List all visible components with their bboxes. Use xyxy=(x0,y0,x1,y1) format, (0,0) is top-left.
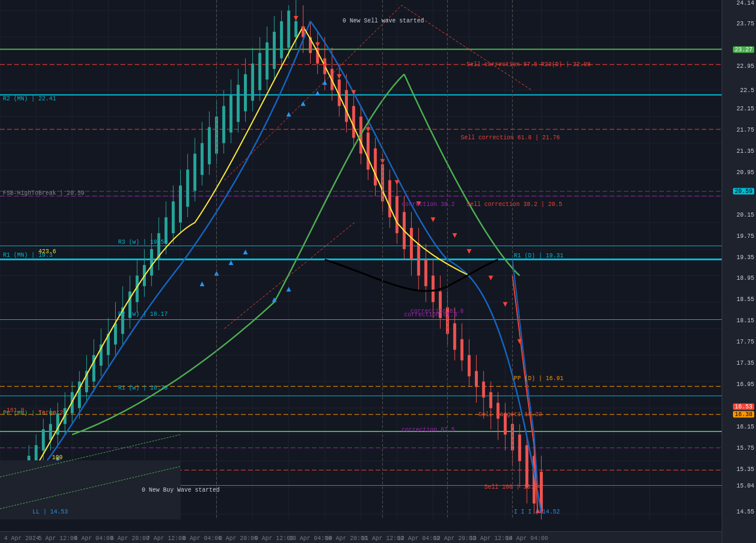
time-label: 4 Apr 2024 xyxy=(4,535,40,542)
time-label: 7 Apr 12:00 xyxy=(146,535,185,542)
price-label-16.95: 16.95 xyxy=(737,381,754,388)
time-axis: 4 Apr 20245 Apr 12:006 Apr 04:006 Apr 20… xyxy=(0,531,722,543)
r2-w-label: R2 (w) | 18.17 xyxy=(118,311,168,318)
new-sell-wave: 0 New Sell wave started xyxy=(343,18,424,24)
iii-label: I I I | 14.52 xyxy=(514,509,560,515)
pp-d-label: PP (D) | 16.91 xyxy=(514,375,563,382)
price-label-21.35: 21.35 xyxy=(737,148,754,154)
423-label: 423.6 xyxy=(38,248,56,255)
correction-618-low-label: correction 61.8 xyxy=(410,308,464,315)
price-label-17.35: 17.35 xyxy=(737,360,754,367)
target2-label: Target2 xyxy=(38,410,63,416)
r2-mn-label: R2 (MN) | 22.41 xyxy=(3,96,56,102)
price-label-15.35: 15.35 xyxy=(737,466,754,472)
correction-875-label: correction 87.5 xyxy=(402,427,455,433)
time-label: 8 Apr 04:00 xyxy=(183,535,221,542)
price-label-15.75: 15.75 xyxy=(737,444,754,451)
sell-100-label: Sell 100 | 15.04 xyxy=(484,484,541,490)
sell-correction-382-label: Sell correction 38.2 | 20.5 xyxy=(467,201,562,208)
price-label-20.59: 20.59 xyxy=(733,188,754,195)
161-label: -161.8 xyxy=(3,407,24,414)
price-label-17.75: 17.75 xyxy=(737,339,754,345)
time-label: 6 Apr 20:00 xyxy=(110,535,149,542)
price-axis: 24.1423.7523.2722.9522.522.1521.7521.352… xyxy=(722,0,756,543)
chart-container: 24.1423.7523.2722.9522.522.1521.7521.352… xyxy=(0,0,756,543)
time-label: 5 Apr 12:00 xyxy=(38,535,77,542)
100-label: 100 xyxy=(52,454,63,461)
price-label-18.95: 18.95 xyxy=(737,275,754,282)
price-label-18.15: 18.15 xyxy=(737,318,754,324)
price-label-14.55: 14.55 xyxy=(737,508,754,515)
price-label-16.38: 16.38 xyxy=(733,411,754,418)
sell-target1-label: Sell Target1 15.33 xyxy=(478,411,542,418)
price-label-20.95: 20.95 xyxy=(737,169,754,175)
r1-w-label: R1 (w) | 16.73 xyxy=(118,385,168,391)
time-label: 8 Apr 20:00 xyxy=(219,535,258,542)
price-label-19.75: 19.75 xyxy=(737,233,754,239)
time-label: 6 Apr 04:00 xyxy=(74,535,113,542)
new-buy-wave: 0 New Buy Wave started xyxy=(142,487,220,493)
price-label-22.95: 22.95 xyxy=(737,63,754,70)
time-label: 9 Apr 12:00 xyxy=(255,535,294,542)
price-label-15.04: 15.04 xyxy=(737,482,754,489)
time-label: 14 Apr 04:00 xyxy=(506,535,548,542)
sell-correction-875-label: Sell correction 87.5 R23(D) | 22.98 xyxy=(467,61,591,68)
price-label-19.35: 19.35 xyxy=(737,254,754,260)
r1-d-label: R1 (D) | 19.31 xyxy=(514,253,563,259)
correction-382-label: correction 38.2 xyxy=(402,201,455,208)
price-label-23.27: 23.27 xyxy=(733,46,754,53)
price-label-24.14: 24.14 xyxy=(737,0,754,6)
r3-w-label: R3 (w) | 19.56 xyxy=(118,239,168,246)
price-label-22.15: 22.15 xyxy=(737,106,754,112)
price-label-23.75: 23.75 xyxy=(737,21,754,27)
price-label-20.15: 20.15 xyxy=(737,211,754,218)
price-label-18.55: 18.55 xyxy=(737,296,754,303)
fsb-label: FSB-HighToBreak | 20.59 xyxy=(3,190,84,197)
price-label-22.5: 22.5 xyxy=(740,87,754,93)
ll-label: LL | 14.53 xyxy=(32,509,68,515)
price-label-16.15: 16.15 xyxy=(737,423,754,430)
price-label-16.53: 16.53 xyxy=(733,403,754,410)
price-chart xyxy=(0,0,722,531)
price-label-21.75: 21.75 xyxy=(737,127,754,133)
sell-correction-618-label: Sell correction 61.8 | 21.76 xyxy=(461,135,560,141)
